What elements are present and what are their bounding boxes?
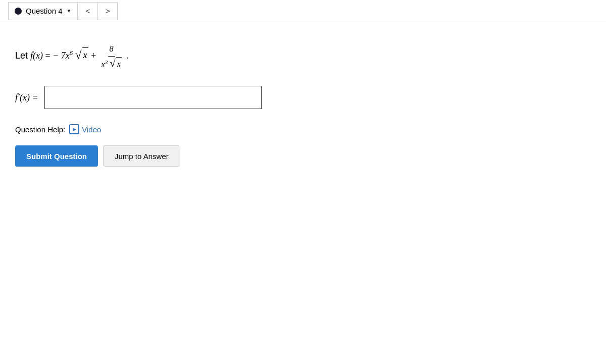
numerator: 8 xyxy=(108,42,115,57)
sqrt-symbol: √ xyxy=(75,49,82,61)
header-bar: Question 4 ▼ < > xyxy=(0,0,606,22)
fraction-term: 8 x3 √ x xyxy=(100,42,123,71)
sqrt-x-denominator: √ x xyxy=(110,57,122,71)
submit-question-button[interactable]: Submit Question xyxy=(15,145,98,167)
question-help-label: Question Help: xyxy=(15,125,65,134)
negative-sign: − 7x6 xyxy=(53,50,73,61)
answer-row: f′(x) = xyxy=(15,86,591,109)
question-dot-indicator xyxy=(15,8,22,15)
sqrt-x-term: √ x xyxy=(75,47,88,63)
period: . xyxy=(126,50,129,61)
sqrt-content-denom: x xyxy=(116,57,122,71)
video-link[interactable]: ▶ Video xyxy=(69,124,101,134)
question-selector[interactable]: Question 4 ▼ xyxy=(8,2,77,20)
chevron-down-icon: ▼ xyxy=(67,8,72,14)
play-icon: ▶ xyxy=(69,124,79,134)
question-help: Question Help: ▶ Video xyxy=(15,124,591,134)
function-definition: f(x) = − 7x6 √ x + 8 x3 √ x . xyxy=(30,50,129,61)
equals-sign: = xyxy=(45,50,53,61)
answer-input[interactable] xyxy=(44,86,262,109)
main-content: Let f(x) = − 7x6 √ x + 8 x3 √ x . xyxy=(0,22,606,182)
question-label: Question 4 xyxy=(26,7,63,15)
sqrt-content-x: x xyxy=(82,47,88,63)
sqrt-symbol-denom: √ xyxy=(110,58,115,69)
denominator: x3 √ x xyxy=(100,57,123,71)
derivative-label: f′(x) = xyxy=(15,92,38,103)
let-text: Let xyxy=(15,50,30,61)
prev-question-button[interactable]: < xyxy=(77,2,97,20)
video-label: Video xyxy=(82,125,101,134)
func-name: f(x) xyxy=(30,50,43,61)
buttons-row: Submit Question Jump to Answer xyxy=(15,145,591,167)
problem-statement: Let f(x) = − 7x6 √ x + 8 x3 √ x . xyxy=(15,42,591,71)
next-question-button[interactable]: > xyxy=(97,2,118,20)
jump-to-answer-button[interactable]: Jump to Answer xyxy=(103,145,180,167)
plus-sign: + xyxy=(90,50,99,61)
